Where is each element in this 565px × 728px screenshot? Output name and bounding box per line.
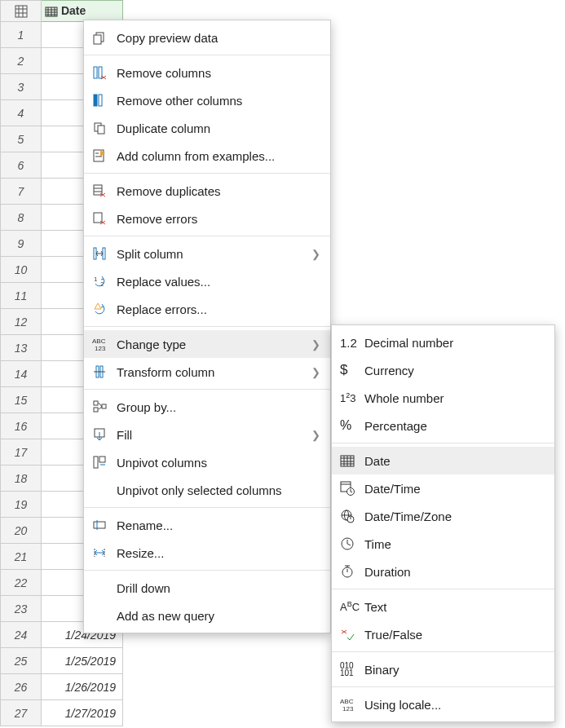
duplicate-icon <box>92 121 113 135</box>
submenu-truefalse[interactable]: True/False <box>332 620 554 648</box>
row-header[interactable]: 6 <box>1 152 42 179</box>
table-row[interactable]: 251/25/2019 <box>1 648 123 674</box>
submenu-decimal[interactable]: 1.2 Decimal number <box>332 329 554 356</box>
submenu-currency[interactable]: $ Currency <box>332 356 554 384</box>
menu-rename[interactable]: Rename... <box>84 511 330 539</box>
svg-rect-13 <box>94 35 101 44</box>
resize-icon <box>92 545 113 560</box>
row-header[interactable]: 9 <box>1 231 42 257</box>
row-header[interactable]: 24 <box>1 622 42 648</box>
menu-unpivot[interactable]: Unpivot columns <box>84 448 330 476</box>
column-header-date[interactable]: Date <box>42 1 123 22</box>
menu-remove-duplicates[interactable]: Remove duplicates <box>84 177 330 205</box>
menu-replace-errors[interactable]: Replace errors... <box>84 295 330 323</box>
date-icon <box>340 454 361 467</box>
remove-duplicates-icon <box>92 183 113 198</box>
menu-transform-column[interactable]: Transform column ❯ <box>84 358 330 386</box>
row-header[interactable]: 23 <box>1 596 42 622</box>
row-header[interactable]: 17 <box>1 439 42 465</box>
svg-rect-21 <box>98 126 104 134</box>
menu-group-by[interactable]: Group by... <box>84 393 330 421</box>
menu-add-new-query[interactable]: Add as new query <box>84 602 330 629</box>
menu-remove-other-columns[interactable]: Remove other columns <box>84 86 330 114</box>
submenu-percentage[interactable]: % Percentage <box>332 412 554 439</box>
row-header[interactable]: 10 <box>1 257 42 283</box>
menu-unpivot-selected[interactable]: Unpivot only selected columns <box>84 476 330 504</box>
unpivot-icon <box>92 455 113 470</box>
submenu-datetime[interactable]: Date/Time <box>332 474 554 502</box>
row-header[interactable]: 2 <box>1 48 42 74</box>
column-header-label: Date <box>61 4 86 17</box>
menu-remove-columns[interactable]: Remove columns <box>84 59 330 86</box>
rename-icon <box>92 518 113 532</box>
menu-remove-errors[interactable]: Remove errors <box>84 205 330 232</box>
menu-resize[interactable]: Resize... <box>84 539 330 567</box>
menu-split-column[interactable]: Split column ❯ <box>84 240 330 267</box>
row-header[interactable]: 8 <box>1 205 42 231</box>
submenu-date[interactable]: Date <box>332 447 554 474</box>
row-header[interactable]: 27 <box>1 700 42 726</box>
truefalse-icon <box>340 627 361 642</box>
svg-rect-52 <box>94 457 98 468</box>
row-header[interactable]: 22 <box>1 570 42 596</box>
svg-line-47 <box>99 403 102 407</box>
row-header[interactable]: 16 <box>1 413 42 439</box>
row-header[interactable]: 7 <box>1 179 42 205</box>
chevron-right-icon: ❯ <box>311 366 320 378</box>
row-header[interactable]: 5 <box>1 126 42 152</box>
row-header[interactable]: 3 <box>1 74 42 100</box>
replace-errors-icon <box>92 302 113 316</box>
menu-fill[interactable]: Fill ❯ <box>84 421 330 448</box>
table-icon <box>15 5 28 18</box>
svg-rect-45 <box>94 401 98 405</box>
menu-copy-preview[interactable]: Copy preview data <box>84 24 330 51</box>
row-header[interactable]: 15 <box>1 387 42 413</box>
row-header[interactable]: 4 <box>1 100 42 126</box>
menu-drill-down[interactable]: Drill down <box>84 574 330 602</box>
row-header[interactable]: 20 <box>1 518 42 544</box>
whole-number-icon: 123 <box>340 391 361 404</box>
row-header[interactable]: 1 <box>1 22 42 48</box>
svg-marker-39 <box>95 303 101 309</box>
time-icon <box>340 536 361 551</box>
remove-errors-icon <box>92 211 113 226</box>
menu-duplicate-column[interactable]: Duplicate column <box>84 114 330 142</box>
submenu-time[interactable]: Time <box>332 530 554 558</box>
submenu-text[interactable]: ABC Text <box>332 593 554 620</box>
row-header[interactable]: 12 <box>1 309 42 335</box>
submenu-binary[interactable]: 010101 Binary <box>332 655 554 683</box>
row-header[interactable]: 14 <box>1 361 42 387</box>
svg-marker-23 <box>100 150 105 157</box>
svg-text:ABC: ABC <box>92 338 106 345</box>
data-cell[interactable]: 1/25/2019 <box>42 648 123 674</box>
row-header[interactable]: 21 <box>1 544 42 570</box>
submenu-locale[interactable]: ABC123 Using locale... <box>332 690 554 718</box>
svg-text:123: 123 <box>342 705 354 712</box>
grid-corner[interactable] <box>1 1 42 22</box>
data-cell[interactable]: 1/27/2019 <box>42 700 123 726</box>
row-header[interactable]: 26 <box>1 674 42 700</box>
row-header[interactable]: 13 <box>1 335 42 361</box>
menu-change-type[interactable]: ABC123 Change type ❯ <box>84 330 330 358</box>
add-examples-icon <box>92 148 113 163</box>
svg-text:1: 1 <box>94 276 98 283</box>
menu-add-from-examples[interactable]: Add column from examples... <box>84 142 330 170</box>
table-row[interactable]: 271/27/2019 <box>1 700 123 726</box>
binary-icon: 010101 <box>340 662 361 677</box>
row-header[interactable]: 11 <box>1 283 42 309</box>
row-header[interactable]: 19 <box>1 492 42 518</box>
transform-icon <box>92 364 113 379</box>
submenu-datetimezone[interactable]: Date/Time/Zone <box>332 502 554 530</box>
submenu-duration[interactable]: Duration <box>332 558 554 585</box>
submenu-whole[interactable]: 123 Whole number <box>332 384 554 412</box>
menu-replace-values[interactable]: 12 Replace values... <box>84 267 330 295</box>
row-header[interactable]: 18 <box>1 465 42 492</box>
percentage-icon: % <box>340 418 361 433</box>
svg-rect-53 <box>99 457 105 462</box>
duration-icon <box>340 564 361 579</box>
svg-text:ABC: ABC <box>340 698 354 705</box>
data-cell[interactable]: 1/26/2019 <box>42 674 123 700</box>
row-header[interactable]: 25 <box>1 648 42 674</box>
remove-columns-icon <box>92 65 113 80</box>
table-row[interactable]: 261/26/2019 <box>1 674 123 700</box>
